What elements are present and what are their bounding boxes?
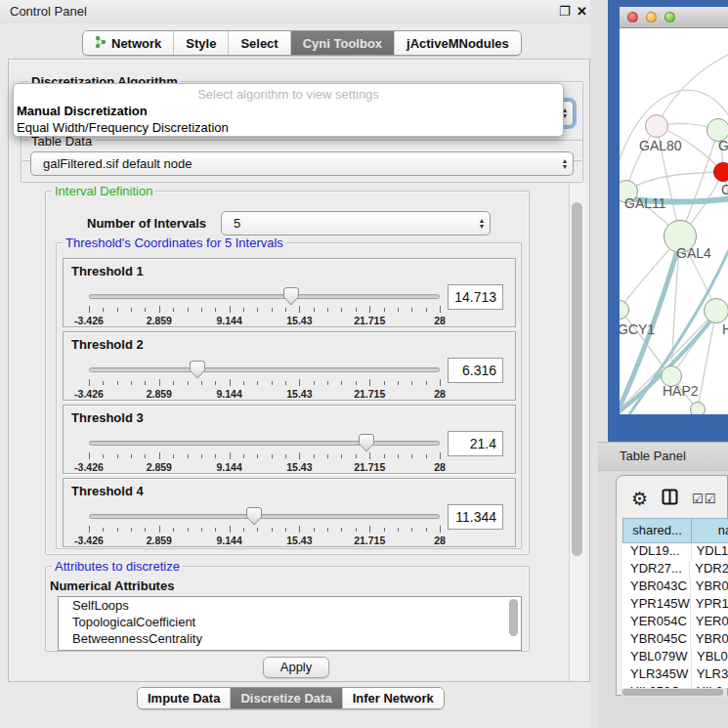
threshold-value-field[interactable]: 6.316 bbox=[448, 358, 503, 383]
scrollbar-thumb[interactable] bbox=[622, 689, 723, 696]
numerical-attributes-list[interactable]: SelfLoopsTopologicalCoefficientBetweenne… bbox=[58, 596, 522, 651]
tab-infer-network[interactable]: Infer Network bbox=[342, 688, 444, 708]
slider-thumb[interactable] bbox=[359, 434, 374, 452]
node-label-gcy1: GCY1 bbox=[620, 321, 655, 337]
slider-thumb[interactable] bbox=[283, 287, 299, 306]
table-row[interactable]: YDR27...YDR2 bbox=[622, 561, 728, 578]
close-icon[interactable]: ✕ bbox=[577, 4, 587, 19]
cell-shared-name[interactable]: YDR27... bbox=[622, 561, 690, 578]
threshold-slider-3[interactable]: -3.4262.8599.14415.4321.71528 bbox=[89, 435, 440, 472]
apply-button[interactable]: Apply bbox=[263, 657, 329, 678]
slider-thumb[interactable] bbox=[246, 507, 262, 526]
cell-name[interactable]: YLR3 bbox=[692, 666, 728, 684]
threshold-value-field[interactable]: 14.713 bbox=[448, 284, 503, 310]
threshold-panel-1: Threshold 1 -3.4262.8599.14415.4321.7152… bbox=[63, 258, 516, 327]
cell-shared-name[interactable]: YPR145W bbox=[622, 596, 691, 614]
zoom-traffic-light-icon[interactable] bbox=[664, 12, 675, 22]
threshold-slider-1[interactable]: -3.4262.8599.14415.4321.71528 bbox=[89, 288, 440, 325]
column-header-shared-name[interactable]: shared... bbox=[622, 518, 692, 543]
table-row[interactable]: YLR345WYLR3 bbox=[622, 666, 728, 684]
tick-label: 2.859 bbox=[147, 315, 172, 326]
dropdown-prompt-item[interactable]: Select algorithm to view settings bbox=[14, 87, 563, 102]
tab-select[interactable]: Select bbox=[228, 31, 289, 55]
threshold-value-field[interactable]: 11.344 bbox=[448, 504, 503, 530]
table-row[interactable]: YER054CYER0 bbox=[622, 614, 728, 631]
tick bbox=[89, 526, 90, 533]
slider-track[interactable] bbox=[89, 441, 440, 446]
dropdown-item-manual-discretization[interactable]: Manual Discretization bbox=[17, 104, 148, 118]
network-node-red-selected[interactable] bbox=[713, 162, 728, 182]
cell-name[interactable]: YER0 bbox=[691, 614, 728, 631]
float-window-icon[interactable]: ❐ bbox=[559, 4, 571, 19]
table-data-combo[interactable]: galFiltered.sif default node ▲▼ bbox=[30, 151, 574, 176]
cell-name[interactable]: YBR0 bbox=[691, 578, 728, 596]
cell-name[interactable]: YDR2 bbox=[690, 561, 728, 578]
threshold-value-field[interactable]: 21.4 bbox=[448, 431, 503, 456]
threshold-slider-2[interactable]: -3.4262.8599.14415.4321.71528 bbox=[89, 362, 440, 399]
minimize-traffic-light-icon[interactable] bbox=[646, 12, 657, 22]
network-canvas[interactable]: GAL80 GA C GAL11 GAL4 GCY1 H HAP2 bbox=[620, 28, 728, 414]
cell-shared-name[interactable]: YLR345W bbox=[622, 666, 692, 684]
close-traffic-light-icon[interactable] bbox=[627, 12, 638, 22]
tab-discretize-data[interactable]: Discretize Data bbox=[230, 688, 341, 708]
tick bbox=[341, 308, 342, 312]
tab-cyni-toolbox[interactable]: Cyni Toolbox bbox=[290, 31, 394, 55]
cell-shared-name[interactable]: YER054C bbox=[622, 614, 691, 631]
dropdown-item-equal-width[interactable]: Equal Width/Frequency Discretization bbox=[17, 120, 229, 135]
tab-style[interactable]: Style bbox=[173, 31, 228, 55]
number-of-intervals-combo[interactable]: 5 ▲▼ bbox=[221, 211, 491, 236]
network-window-titlebar[interactable] bbox=[620, 7, 728, 28]
table-row[interactable]: YPR145WYPR1 bbox=[622, 596, 728, 614]
attribute-list-item[interactable]: TopologicalCoefficient bbox=[59, 614, 521, 630]
network-node-bottom[interactable] bbox=[690, 402, 706, 414]
stepper-icon[interactable]: ▲▼ bbox=[557, 158, 573, 170]
cell-name[interactable]: YBR0 bbox=[691, 631, 728, 649]
gear-icon[interactable]: ⚙ bbox=[631, 490, 648, 508]
table-panel-title: Table Panel bbox=[620, 449, 686, 463]
threshold-slider-4[interactable]: -3.4262.8599.14415.4321.71528 bbox=[89, 508, 440, 545]
cell-name[interactable]: YBL0 bbox=[692, 649, 728, 666]
table-row[interactable]: YBL079WYBL0 bbox=[622, 649, 728, 666]
tick bbox=[257, 308, 258, 312]
cell-shared-name[interactable]: YBR043C bbox=[622, 578, 691, 596]
tick bbox=[398, 528, 399, 532]
cell-name[interactable]: YPR1 bbox=[691, 596, 728, 614]
network-node-right-mid[interactable] bbox=[704, 298, 728, 323]
tab-jactivemnodules[interactable]: jActiveMNodules bbox=[394, 31, 521, 55]
table-horizontal-scrollbar[interactable] bbox=[621, 688, 727, 697]
main-scrollbar-thumb[interactable] bbox=[572, 202, 582, 556]
slider-thumb[interactable] bbox=[190, 361, 205, 379]
table-row[interactable]: YBR043CYBR0 bbox=[622, 578, 728, 596]
tick bbox=[327, 528, 328, 532]
cell-shared-name[interactable]: YDL19... bbox=[622, 543, 692, 561]
threshold-label: Threshold 2 bbox=[71, 337, 144, 352]
tick-label: 2.859 bbox=[147, 535, 172, 546]
table-toolbar: ⚙ ☑☑ bbox=[621, 481, 728, 516]
network-node-gal80[interactable] bbox=[645, 114, 668, 138]
column-header-name[interactable]: na bbox=[691, 518, 728, 543]
slider-track[interactable] bbox=[89, 294, 440, 299]
table-row[interactable]: YBR045CYBR0 bbox=[622, 631, 728, 649]
attribute-list-item[interactable]: SelfLoops bbox=[59, 597, 521, 614]
tick bbox=[356, 308, 357, 312]
checkbox-icons[interactable]: ☑☑ bbox=[692, 492, 716, 506]
slider-track[interactable] bbox=[89, 514, 440, 519]
tick-label: 28 bbox=[434, 388, 446, 400]
tick bbox=[426, 381, 427, 385]
tick bbox=[327, 381, 328, 385]
attribute-list-item[interactable]: BetweennessCentrality bbox=[59, 630, 521, 647]
tick bbox=[131, 528, 132, 532]
tab-network[interactable]: Network bbox=[83, 31, 173, 55]
node-label-clipped-c: C bbox=[721, 182, 728, 197]
column-layout-icon[interactable] bbox=[662, 489, 678, 509]
list-scrollbar[interactable] bbox=[509, 599, 518, 636]
cell-shared-name[interactable]: YBL079W bbox=[622, 649, 692, 666]
tick bbox=[272, 528, 273, 532]
tab-impute-data[interactable]: Impute Data bbox=[138, 688, 230, 708]
stepper-icon[interactable]: ▲▼ bbox=[474, 218, 490, 230]
table-row[interactable]: YDL19...YDL1 bbox=[622, 543, 728, 561]
interval-definition-label: Interval Definition bbox=[52, 184, 155, 198]
slider-track[interactable] bbox=[89, 367, 440, 372]
cell-name[interactable]: YDL1 bbox=[692, 543, 728, 561]
cell-shared-name[interactable]: YBR045C bbox=[622, 631, 691, 649]
